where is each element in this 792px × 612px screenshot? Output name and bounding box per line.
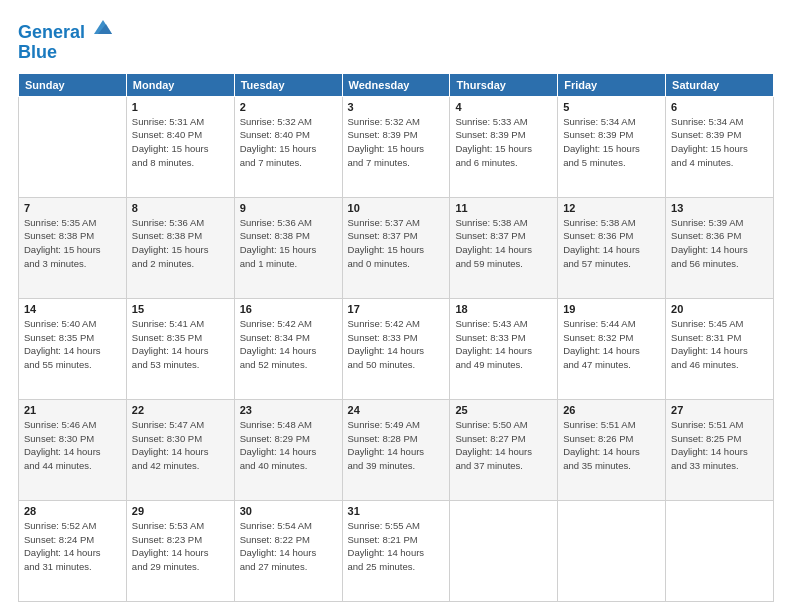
calendar-cell: 18Sunrise: 5:43 AM Sunset: 8:33 PM Dayli…	[450, 298, 558, 399]
day-info: Sunrise: 5:31 AM Sunset: 8:40 PM Dayligh…	[132, 115, 229, 170]
day-number: 14	[24, 303, 121, 315]
day-number: 22	[132, 404, 229, 416]
calendar-cell: 30Sunrise: 5:54 AM Sunset: 8:22 PM Dayli…	[234, 500, 342, 601]
day-number: 27	[671, 404, 768, 416]
header: General Blue	[18, 18, 774, 63]
calendar-cell: 3Sunrise: 5:32 AM Sunset: 8:39 PM Daylig…	[342, 96, 450, 197]
logo-general: General	[18, 22, 85, 42]
day-info: Sunrise: 5:47 AM Sunset: 8:30 PM Dayligh…	[132, 418, 229, 473]
calendar-cell: 5Sunrise: 5:34 AM Sunset: 8:39 PM Daylig…	[558, 96, 666, 197]
calendar-week-row: 28Sunrise: 5:52 AM Sunset: 8:24 PM Dayli…	[19, 500, 774, 601]
day-number: 2	[240, 101, 337, 113]
day-info: Sunrise: 5:48 AM Sunset: 8:29 PM Dayligh…	[240, 418, 337, 473]
day-info: Sunrise: 5:52 AM Sunset: 8:24 PM Dayligh…	[24, 519, 121, 574]
day-info: Sunrise: 5:49 AM Sunset: 8:28 PM Dayligh…	[348, 418, 445, 473]
day-info: Sunrise: 5:34 AM Sunset: 8:39 PM Dayligh…	[671, 115, 768, 170]
calendar-cell: 2Sunrise: 5:32 AM Sunset: 8:40 PM Daylig…	[234, 96, 342, 197]
day-info: Sunrise: 5:41 AM Sunset: 8:35 PM Dayligh…	[132, 317, 229, 372]
calendar-cell: 6Sunrise: 5:34 AM Sunset: 8:39 PM Daylig…	[666, 96, 774, 197]
day-number: 11	[455, 202, 552, 214]
weekday-header-saturday: Saturday	[666, 73, 774, 96]
calendar-cell: 8Sunrise: 5:36 AM Sunset: 8:38 PM Daylig…	[126, 197, 234, 298]
calendar-cell: 22Sunrise: 5:47 AM Sunset: 8:30 PM Dayli…	[126, 399, 234, 500]
day-number: 4	[455, 101, 552, 113]
day-number: 5	[563, 101, 660, 113]
day-info: Sunrise: 5:34 AM Sunset: 8:39 PM Dayligh…	[563, 115, 660, 170]
calendar-cell	[558, 500, 666, 601]
weekday-header-wednesday: Wednesday	[342, 73, 450, 96]
day-number: 28	[24, 505, 121, 517]
calendar-cell	[666, 500, 774, 601]
weekday-header-row: SundayMondayTuesdayWednesdayThursdayFrid…	[19, 73, 774, 96]
weekday-header-friday: Friday	[558, 73, 666, 96]
day-info: Sunrise: 5:44 AM Sunset: 8:32 PM Dayligh…	[563, 317, 660, 372]
day-info: Sunrise: 5:32 AM Sunset: 8:39 PM Dayligh…	[348, 115, 445, 170]
page: General Blue SundayMondayTuesdayWednesda…	[0, 0, 792, 612]
day-info: Sunrise: 5:35 AM Sunset: 8:38 PM Dayligh…	[24, 216, 121, 271]
day-info: Sunrise: 5:42 AM Sunset: 8:34 PM Dayligh…	[240, 317, 337, 372]
day-info: Sunrise: 5:50 AM Sunset: 8:27 PM Dayligh…	[455, 418, 552, 473]
calendar-cell: 29Sunrise: 5:53 AM Sunset: 8:23 PM Dayli…	[126, 500, 234, 601]
calendar-cell: 31Sunrise: 5:55 AM Sunset: 8:21 PM Dayli…	[342, 500, 450, 601]
calendar-cell: 17Sunrise: 5:42 AM Sunset: 8:33 PM Dayli…	[342, 298, 450, 399]
calendar-cell: 20Sunrise: 5:45 AM Sunset: 8:31 PM Dayli…	[666, 298, 774, 399]
day-info: Sunrise: 5:36 AM Sunset: 8:38 PM Dayligh…	[240, 216, 337, 271]
day-info: Sunrise: 5:39 AM Sunset: 8:36 PM Dayligh…	[671, 216, 768, 271]
day-number: 7	[24, 202, 121, 214]
day-number: 13	[671, 202, 768, 214]
day-info: Sunrise: 5:51 AM Sunset: 8:25 PM Dayligh…	[671, 418, 768, 473]
calendar-cell	[450, 500, 558, 601]
calendar: SundayMondayTuesdayWednesdayThursdayFrid…	[18, 73, 774, 602]
day-number: 21	[24, 404, 121, 416]
calendar-cell: 10Sunrise: 5:37 AM Sunset: 8:37 PM Dayli…	[342, 197, 450, 298]
calendar-cell: 13Sunrise: 5:39 AM Sunset: 8:36 PM Dayli…	[666, 197, 774, 298]
day-info: Sunrise: 5:38 AM Sunset: 8:36 PM Dayligh…	[563, 216, 660, 271]
day-number: 23	[240, 404, 337, 416]
day-number: 3	[348, 101, 445, 113]
day-info: Sunrise: 5:45 AM Sunset: 8:31 PM Dayligh…	[671, 317, 768, 372]
day-number: 25	[455, 404, 552, 416]
logo: General Blue	[18, 18, 114, 63]
day-number: 18	[455, 303, 552, 315]
logo-text: General Blue	[18, 18, 114, 63]
day-number: 6	[671, 101, 768, 113]
weekday-header-sunday: Sunday	[19, 73, 127, 96]
day-info: Sunrise: 5:51 AM Sunset: 8:26 PM Dayligh…	[563, 418, 660, 473]
calendar-week-row: 7Sunrise: 5:35 AM Sunset: 8:38 PM Daylig…	[19, 197, 774, 298]
day-info: Sunrise: 5:54 AM Sunset: 8:22 PM Dayligh…	[240, 519, 337, 574]
day-info: Sunrise: 5:46 AM Sunset: 8:30 PM Dayligh…	[24, 418, 121, 473]
logo-blue: Blue	[18, 42, 57, 62]
day-number: 9	[240, 202, 337, 214]
calendar-cell: 24Sunrise: 5:49 AM Sunset: 8:28 PM Dayli…	[342, 399, 450, 500]
calendar-week-row: 14Sunrise: 5:40 AM Sunset: 8:35 PM Dayli…	[19, 298, 774, 399]
calendar-cell: 28Sunrise: 5:52 AM Sunset: 8:24 PM Dayli…	[19, 500, 127, 601]
day-info: Sunrise: 5:37 AM Sunset: 8:37 PM Dayligh…	[348, 216, 445, 271]
calendar-cell: 25Sunrise: 5:50 AM Sunset: 8:27 PM Dayli…	[450, 399, 558, 500]
calendar-cell: 1Sunrise: 5:31 AM Sunset: 8:40 PM Daylig…	[126, 96, 234, 197]
weekday-header-tuesday: Tuesday	[234, 73, 342, 96]
calendar-cell: 15Sunrise: 5:41 AM Sunset: 8:35 PM Dayli…	[126, 298, 234, 399]
day-number: 16	[240, 303, 337, 315]
day-number: 10	[348, 202, 445, 214]
calendar-cell: 7Sunrise: 5:35 AM Sunset: 8:38 PM Daylig…	[19, 197, 127, 298]
day-number: 12	[563, 202, 660, 214]
calendar-cell: 14Sunrise: 5:40 AM Sunset: 8:35 PM Dayli…	[19, 298, 127, 399]
calendar-week-row: 1Sunrise: 5:31 AM Sunset: 8:40 PM Daylig…	[19, 96, 774, 197]
day-number: 31	[348, 505, 445, 517]
calendar-cell: 27Sunrise: 5:51 AM Sunset: 8:25 PM Dayli…	[666, 399, 774, 500]
day-info: Sunrise: 5:36 AM Sunset: 8:38 PM Dayligh…	[132, 216, 229, 271]
day-number: 30	[240, 505, 337, 517]
calendar-cell: 12Sunrise: 5:38 AM Sunset: 8:36 PM Dayli…	[558, 197, 666, 298]
day-number: 24	[348, 404, 445, 416]
calendar-cell: 16Sunrise: 5:42 AM Sunset: 8:34 PM Dayli…	[234, 298, 342, 399]
day-info: Sunrise: 5:38 AM Sunset: 8:37 PM Dayligh…	[455, 216, 552, 271]
day-info: Sunrise: 5:55 AM Sunset: 8:21 PM Dayligh…	[348, 519, 445, 574]
day-number: 17	[348, 303, 445, 315]
day-info: Sunrise: 5:53 AM Sunset: 8:23 PM Dayligh…	[132, 519, 229, 574]
day-info: Sunrise: 5:43 AM Sunset: 8:33 PM Dayligh…	[455, 317, 552, 372]
day-number: 15	[132, 303, 229, 315]
day-number: 19	[563, 303, 660, 315]
calendar-cell: 11Sunrise: 5:38 AM Sunset: 8:37 PM Dayli…	[450, 197, 558, 298]
calendar-cell: 19Sunrise: 5:44 AM Sunset: 8:32 PM Dayli…	[558, 298, 666, 399]
calendar-cell: 9Sunrise: 5:36 AM Sunset: 8:38 PM Daylig…	[234, 197, 342, 298]
